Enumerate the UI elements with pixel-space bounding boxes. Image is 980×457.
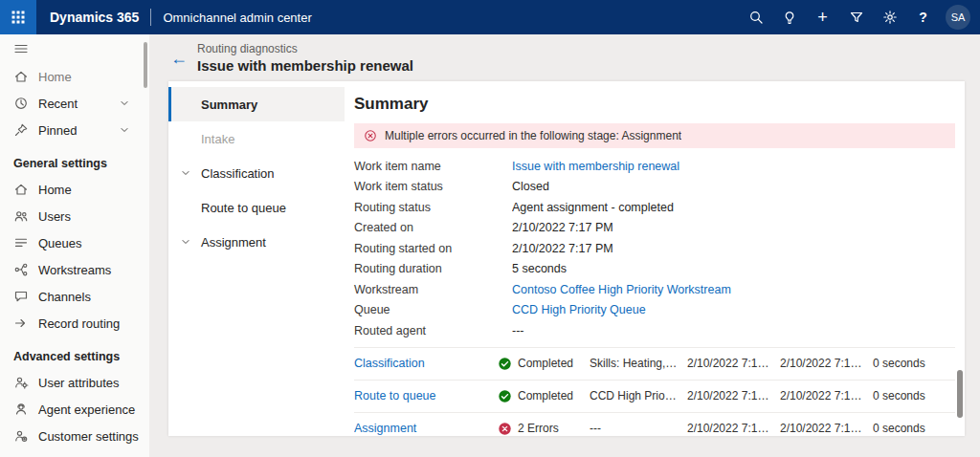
sidebar-item-users[interactable]: Users [0, 203, 149, 229]
help-button[interactable]: ? [906, 0, 940, 34]
panel-scrollbar-thumb[interactable] [957, 370, 963, 418]
field-value: --- [512, 324, 524, 337]
add-button[interactable]: + [806, 0, 839, 34]
sidebar-item-queues[interactable]: Queues [0, 229, 149, 256]
search-button[interactable] [739, 0, 772, 34]
status-icon [498, 357, 512, 371]
stage-duration: 0 seconds [873, 422, 955, 435]
chevron-down-icon[interactable] [180, 236, 191, 248]
status-icon [498, 389, 512, 403]
summary-heading: Summary [354, 95, 955, 114]
field-value[interactable]: Issue with membership renewal [512, 160, 679, 173]
subnav-item-summary[interactable]: Summary [168, 87, 345, 121]
table-row: Assignment 2 Errors --- 2/10/2022 7:1… 2… [354, 412, 955, 445]
users-icon [13, 208, 29, 224]
subnav-label: Summary [201, 98, 257, 112]
summary-pane: Summary Multiple errors occurred in the … [345, 81, 965, 436]
top-navigation-bar: Dynamics 365 Omnichannel admin center + … [0, 0, 980, 34]
sidebar-item-home-top[interactable]: Home [0, 63, 149, 90]
sidebar-item-label: Workstreams [38, 263, 111, 277]
error-banner: Multiple errors occurred in the followin… [354, 123, 955, 148]
home-icon [13, 182, 29, 197]
agent-experience-icon [13, 402, 29, 417]
field-label: Work item name [354, 160, 512, 173]
sidebar-item-home[interactable]: Home [0, 176, 149, 203]
sitemap-toggle-button[interactable] [0, 34, 149, 63]
user-avatar[interactable]: SA [946, 5, 970, 30]
back-button[interactable]: ← [170, 50, 188, 67]
sidebar-section-header: General settings [0, 143, 149, 176]
stage-completed: 2/10/2022 7:1… [780, 389, 873, 403]
sidebar-item-customer-settings[interactable]: Customer settings [0, 423, 149, 449]
error-circle-icon [364, 129, 377, 142]
sidebar-item-label: Customer settings [38, 429, 139, 444]
sidebar-item-user-attributes[interactable]: User attributes [0, 369, 149, 396]
queues-icon [13, 235, 29, 250]
plus-icon: + [817, 9, 828, 26]
sidebar-item-recent[interactable]: Recent [0, 90, 149, 117]
sidebar-item-label: Recent [38, 97, 78, 111]
sidebar-item-pinned[interactable]: Pinned [0, 117, 149, 143]
sidebar-item-label: Record routing [38, 316, 120, 331]
field-row: Routing started on 2/10/2022 7:17 PM [354, 238, 955, 259]
brand-title[interactable]: Dynamics 365 [50, 10, 139, 25]
subnav-item-assignment[interactable]: Assignment [168, 225, 345, 259]
suggestions-button[interactable] [772, 0, 806, 34]
stage-status: 2 Errors [498, 422, 590, 436]
chevron-down-icon[interactable] [119, 124, 130, 136]
sidebar-scrollbar-thumb[interactable] [144, 42, 147, 88]
customer-settings-icon [13, 428, 29, 444]
pin-icon [13, 122, 29, 138]
channels-icon [13, 289, 29, 304]
sidebar-item-label: Pinned [38, 123, 77, 138]
chevron-down-icon[interactable] [119, 98, 130, 109]
filter-button[interactable] [839, 0, 873, 34]
table-row: Classification Completed Skills: Heating… [354, 347, 955, 380]
field-row: Routing status Agent assignment - comple… [354, 197, 955, 218]
stage-status: Completed [498, 357, 590, 371]
subnav-item-classification[interactable]: Classification [168, 156, 345, 190]
summary-fields: Work item name Issue with membership ren… [354, 156, 955, 341]
stage-duration: 0 seconds [873, 389, 955, 403]
breadcrumb-section[interactable]: Routing diagnostics [197, 42, 413, 55]
field-label: Work item status [354, 180, 512, 193]
sidebar-item-workstreams[interactable]: Workstreams [0, 256, 149, 283]
gear-icon [882, 10, 898, 25]
clock-icon [13, 96, 29, 111]
stage-link[interactable]: Route to queue [354, 389, 498, 403]
field-row: Workstream Contoso Coffee High Priority … [354, 279, 955, 300]
sidebar-item-label: Queues [38, 236, 82, 250]
field-value[interactable]: CCD High Priority Queue [512, 303, 646, 316]
user-attributes-icon [13, 375, 29, 390]
app-name[interactable]: Omnichannel admin center [163, 11, 311, 25]
field-row: Routing duration 5 seconds [354, 259, 955, 280]
stage-link[interactable]: Classification [354, 357, 498, 370]
subnav-item-intake[interactable]: Intake [168, 121, 345, 156]
subnav-item-route-to-queue[interactable]: Route to queue [168, 190, 345, 225]
error-banner-text: Multiple errors occurred in the followin… [385, 129, 681, 142]
menu-icon [13, 41, 29, 56]
field-value[interactable]: Contoso Coffee High Priority Workstream [512, 283, 731, 296]
breadcrumb: ← Routing diagnostics Issue with members… [149, 34, 980, 74]
status-text: Completed [518, 389, 573, 403]
subnav-label: Intake [201, 132, 234, 146]
field-label: Routed agent [354, 324, 512, 337]
field-row: Routed agent --- [354, 320, 955, 341]
panel-scrollbar[interactable] [956, 84, 964, 433]
stage-results-table: Classification Completed Skills: Heating… [354, 347, 955, 445]
stage-detail: CCD High Prio… [590, 389, 687, 403]
app-launcher-button[interactable] [0, 0, 36, 34]
stage-link[interactable]: Assignment [354, 422, 498, 435]
stage-status: Completed [498, 389, 590, 403]
sidebar-item-channels[interactable]: Channels [0, 283, 149, 310]
sidebar-item-record-routing[interactable]: Record routing [0, 310, 149, 337]
workstreams-icon [13, 262, 29, 277]
subnav-label: Route to queue [201, 201, 286, 215]
search-icon [748, 10, 764, 25]
topbar-divider [150, 9, 151, 26]
settings-button[interactable] [873, 0, 906, 34]
filter-icon [849, 10, 864, 25]
chevron-down-icon[interactable] [180, 167, 191, 179]
diagnostics-panel: Summary Intake Classification Route to q… [168, 81, 965, 436]
sidebar-item-agent-experience[interactable]: Agent experience [0, 396, 149, 423]
